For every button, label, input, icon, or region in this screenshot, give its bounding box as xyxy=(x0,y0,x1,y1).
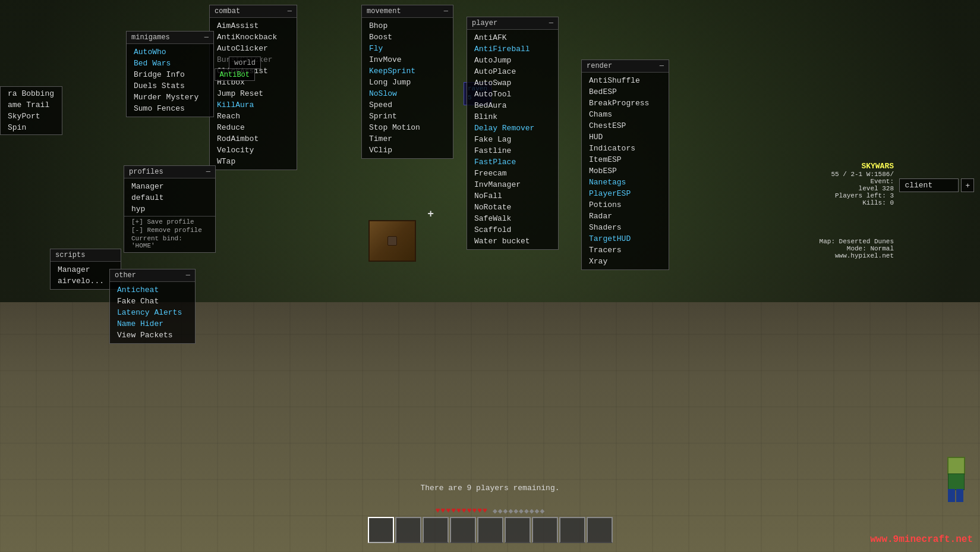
slot-5[interactable] xyxy=(477,517,503,543)
player-fakelag[interactable]: Fake Lag xyxy=(467,134,558,145)
player-bedaura[interactable]: BedAura xyxy=(467,100,558,111)
render-antishuffle[interactable]: AntiShuffle xyxy=(582,75,669,86)
slot-6[interactable] xyxy=(505,517,531,543)
movement-speed[interactable]: Speed xyxy=(362,99,453,111)
left-item-1[interactable]: ra Bobbing xyxy=(1,88,62,99)
player-norotate[interactable]: NoRotate xyxy=(467,202,558,213)
combat-reach[interactable]: Reach xyxy=(210,111,297,122)
player-invmanager[interactable]: InvManager xyxy=(467,179,558,190)
render-itemesp[interactable]: ItemESP xyxy=(582,154,669,165)
render-content: AntiShuffle BedESP BreakProgress Chams C… xyxy=(582,73,669,269)
movement-bhop[interactable]: Bhop xyxy=(362,20,453,32)
movement-fly[interactable]: Fly xyxy=(362,43,453,54)
render-nanetags[interactable]: Nanetags xyxy=(582,177,669,188)
profiles-close[interactable]: — xyxy=(206,168,210,175)
slot-9[interactable] xyxy=(587,517,613,543)
left-item-2[interactable]: ame Trail xyxy=(1,99,62,111)
player-scaffold[interactable]: Scaffold xyxy=(467,224,558,236)
render-shaders[interactable]: Shaders xyxy=(582,222,669,233)
render-targethud[interactable]: TargetHUD xyxy=(582,233,669,244)
movement-vclip[interactable]: VClip xyxy=(362,145,453,156)
left-item-3[interactable]: SkyPort xyxy=(1,111,62,122)
player-delayremover[interactable]: Delay Remover xyxy=(467,123,558,134)
player-freecam[interactable]: Freecam xyxy=(467,168,558,179)
combat-aimassist[interactable]: AimAssist xyxy=(210,20,297,32)
player-nofall[interactable]: NoFall xyxy=(467,190,558,202)
player-fastplace[interactable]: FastPlace xyxy=(467,156,558,168)
other-viewpackets[interactable]: View Packets xyxy=(110,330,195,341)
render-xray[interactable]: Xray xyxy=(582,256,669,267)
minigames-duelsstats[interactable]: Duels Stats xyxy=(127,80,213,92)
movement-timer[interactable]: Timer xyxy=(362,133,453,145)
other-fakechat[interactable]: Fake Chat xyxy=(110,296,195,307)
combat-rodaimbot[interactable]: RodAimbot xyxy=(210,133,297,145)
player-fastline[interactable]: Fastline xyxy=(467,145,558,156)
render-playeresp[interactable]: PlayerESP xyxy=(582,188,669,199)
render-radar[interactable]: Radar xyxy=(582,211,669,222)
render-close[interactable]: — xyxy=(660,62,664,70)
left-item-4[interactable]: Spin xyxy=(1,122,62,133)
profiles-save[interactable]: [+] Save profile xyxy=(124,218,215,226)
render-tracers[interactable]: Tracers xyxy=(582,244,669,256)
player-waterbucket[interactable]: Water bucket xyxy=(467,236,558,247)
render-potions[interactable]: Potions xyxy=(582,199,669,211)
movement-invmove[interactable]: InvMove xyxy=(362,54,453,65)
minigames-close[interactable]: — xyxy=(204,34,209,41)
slot-3[interactable] xyxy=(423,517,449,543)
player-autoplace[interactable]: AutoPlace xyxy=(467,66,558,77)
slot-1[interactable] xyxy=(368,517,394,543)
player-autoswap[interactable]: AutoSwap xyxy=(467,77,558,89)
player-antifireball[interactable]: AntiFireball xyxy=(467,43,558,55)
other-anticheat[interactable]: Anticheat xyxy=(110,284,195,296)
slot-7[interactable] xyxy=(532,517,558,543)
combat-close[interactable]: — xyxy=(288,8,292,15)
render-chams[interactable]: Chams xyxy=(582,109,669,120)
movement-close[interactable]: — xyxy=(444,8,448,15)
movement-longjump[interactable]: Long Jump xyxy=(362,77,453,88)
render-indicators[interactable]: Indicators xyxy=(582,143,669,154)
minigames-autowho[interactable]: AutoWho xyxy=(127,46,213,58)
combat-killaura[interactable]: KillAura xyxy=(210,99,297,111)
player-antiafk[interactable]: AntiAFK xyxy=(467,32,558,43)
player-safewalk[interactable]: SafeWalk xyxy=(467,213,558,224)
skywars-kills: Kills: 0 xyxy=(831,199,894,206)
other-close[interactable]: — xyxy=(186,272,190,279)
render-breakprogress[interactable]: BreakProgress xyxy=(582,98,669,109)
render-chestesp[interactable]: ChestESP xyxy=(582,120,669,131)
player-autotool[interactable]: AutoTool xyxy=(467,89,558,100)
profiles-manager[interactable]: Manager xyxy=(124,181,215,192)
client-text-input[interactable] xyxy=(899,178,959,192)
minigames-bridgeinfo[interactable]: Bridge Info xyxy=(127,69,213,80)
combat-wtap[interactable]: WTap xyxy=(210,156,297,167)
profiles-remove[interactable]: [-] Remove profile xyxy=(124,226,215,234)
profiles-hyp[interactable]: hyp xyxy=(124,203,215,215)
minigames-sumofences[interactable]: Sumo Fences xyxy=(127,103,213,114)
slot-4[interactable] xyxy=(450,517,476,543)
player-autojump[interactable]: AutoJump xyxy=(467,55,558,66)
minigames-bedwars[interactable]: Bed Wars xyxy=(127,58,213,69)
combat-reduce[interactable]: Reduce xyxy=(210,122,297,133)
other-latencyalerts[interactable]: Latency Alerts xyxy=(110,307,195,318)
slot-8[interactable] xyxy=(559,517,585,543)
player-close[interactable]: — xyxy=(549,20,553,27)
combat-antiknockback[interactable]: AntiKnockback xyxy=(210,32,297,43)
movement-boost[interactable]: Boost xyxy=(362,32,453,43)
slot-2[interactable] xyxy=(395,517,421,543)
movement-keepsprint[interactable]: KeepSprint xyxy=(362,65,453,77)
combat-jumpreset[interactable]: Jump Reset xyxy=(210,88,297,99)
combat-title: combat xyxy=(215,7,240,15)
render-bedesp[interactable]: BedESP xyxy=(582,86,669,98)
render-mobesp[interactable]: MobESP xyxy=(582,165,669,177)
player-blink[interactable]: Blink xyxy=(467,111,558,123)
render-hud[interactable]: HUD xyxy=(582,131,669,143)
combat-autoclicker[interactable]: AutoClicker xyxy=(210,43,297,54)
movement-noslow[interactable]: NoSlow xyxy=(362,88,453,99)
map-mode: Mode: Normal xyxy=(820,245,894,252)
movement-sprint[interactable]: Sprint xyxy=(362,111,453,122)
client-add-button[interactable]: + xyxy=(961,178,974,192)
profiles-default[interactable]: default xyxy=(124,192,215,203)
combat-velocity[interactable]: Velocity xyxy=(210,145,297,156)
other-namehider[interactable]: Name Hider xyxy=(110,318,195,330)
movement-stopmotion[interactable]: Stop Motion xyxy=(362,122,453,133)
minigames-murdermystery[interactable]: Murder Mystery xyxy=(127,92,213,103)
